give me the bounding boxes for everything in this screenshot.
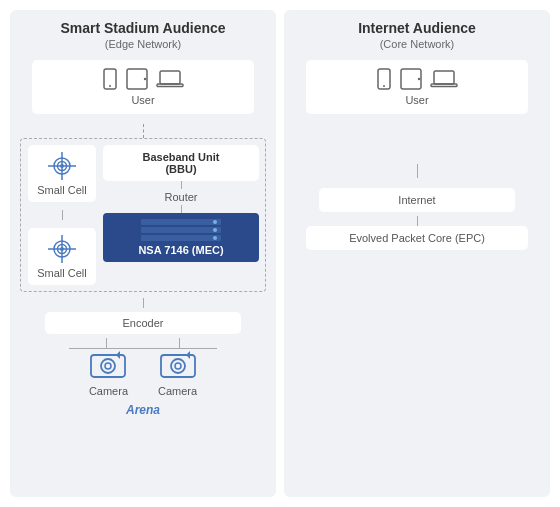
svg-point-17 xyxy=(101,359,115,373)
left-panel: Smart Stadium Audience (Edge Network) xyxy=(10,10,276,497)
right-user-box: User xyxy=(306,60,527,114)
router-to-mec-line xyxy=(181,205,182,213)
right-laptop-icon xyxy=(430,70,458,90)
left-user-box: User xyxy=(32,60,253,114)
small-cell-label-2: Small Cell xyxy=(36,267,88,279)
svg-point-15 xyxy=(60,247,64,251)
svg-marker-23 xyxy=(186,351,190,359)
right-tablet-icon xyxy=(400,68,422,90)
encoder-to-cam2-line xyxy=(179,338,180,348)
right-content: User Internet Evolved Packet Core (EPC) xyxy=(294,60,540,250)
antenna-icon-1 xyxy=(47,151,77,181)
right-phone-icon xyxy=(376,68,392,90)
right-user-to-internet-line xyxy=(417,164,418,178)
svg-point-3 xyxy=(144,78,146,80)
bbu-label-line2: (BBU) xyxy=(113,163,249,175)
server-row-1 xyxy=(141,219,221,225)
svg-point-10 xyxy=(60,164,64,168)
bbu-label-line1: Baseband Unit xyxy=(113,151,249,163)
encoder-box: Encoder xyxy=(45,312,242,334)
epc-label: Evolved Packet Core (EPC) xyxy=(322,232,511,244)
encoder-label: Encoder xyxy=(61,317,226,329)
svg-marker-19 xyxy=(116,351,120,359)
svg-point-1 xyxy=(109,85,111,87)
right-panel-subtitle: (Core Network) xyxy=(380,38,455,50)
antenna-icon-2 xyxy=(47,234,77,264)
camera-box-2: Camera xyxy=(158,351,197,397)
phone-icon xyxy=(102,68,118,90)
svg-point-21 xyxy=(171,359,185,373)
left-device-icons xyxy=(48,68,237,90)
left-panel-title: Smart Stadium Audience xyxy=(60,20,225,36)
server-row-3 xyxy=(141,235,221,241)
svg-rect-4 xyxy=(160,71,180,84)
right-panel: Internet Audience (Core Network) xyxy=(284,10,550,497)
svg-point-25 xyxy=(383,85,385,87)
camera-label-1: Camera xyxy=(89,385,128,397)
left-user-label: User xyxy=(48,94,237,106)
tablet-icon xyxy=(126,68,148,90)
internet-to-epc-line xyxy=(417,216,418,226)
camera-box-1: Camera xyxy=(89,351,128,397)
main-container: Smart Stadium Audience (Edge Network) xyxy=(0,0,560,507)
arena-label: Arena xyxy=(126,403,160,417)
encoder-to-cam1-line xyxy=(106,338,107,348)
svg-rect-28 xyxy=(434,71,454,84)
router-label: Router xyxy=(164,191,197,203)
dashed-group: Small Cell Small Cell xyxy=(20,138,266,292)
small-cells-col: Small Cell Small Cell xyxy=(27,145,97,285)
epc-box: Evolved Packet Core (EPC) xyxy=(306,226,527,250)
encoder-section: Encoder C xyxy=(20,312,266,417)
bbu-router-mec-col: Baseband Unit (BBU) Router NSA 7146 xyxy=(103,145,259,285)
server-graphic xyxy=(113,219,249,241)
small-cell-label-1: Small Cell xyxy=(36,184,88,196)
group-to-encoder-line xyxy=(143,298,144,308)
internet-label: Internet xyxy=(335,194,500,206)
right-panel-title: Internet Audience xyxy=(358,20,476,36)
camera-icon-2 xyxy=(160,351,196,379)
cameras-row: Camera Camera xyxy=(89,351,197,397)
laptop-icon xyxy=(156,70,184,90)
svg-rect-29 xyxy=(431,84,457,87)
internet-box: Internet xyxy=(319,188,516,212)
mec-box: NSA 7146 (MEC) xyxy=(103,213,259,262)
camera-icon-1 xyxy=(90,351,126,379)
encoder-branches xyxy=(69,338,217,348)
encoder-h-line xyxy=(69,348,217,349)
right-user-label: User xyxy=(322,94,511,106)
left-panel-subtitle: (Edge Network) xyxy=(105,38,181,50)
bbu-box: Baseband Unit (BBU) xyxy=(103,145,259,181)
mec-label: NSA 7146 (MEC) xyxy=(113,244,249,256)
svg-point-18 xyxy=(105,363,111,369)
svg-point-27 xyxy=(418,78,420,80)
right-device-icons xyxy=(322,68,511,90)
small-cell-box-1: Small Cell xyxy=(28,145,96,202)
svg-point-22 xyxy=(175,363,181,369)
left-content: User Sm xyxy=(20,60,266,417)
small-cells-connector xyxy=(62,210,63,220)
user-to-group-connector xyxy=(143,124,144,138)
svg-rect-5 xyxy=(157,84,183,87)
camera-label-2: Camera xyxy=(158,385,197,397)
small-cell-box-2: Small Cell xyxy=(28,228,96,285)
server-row-2 xyxy=(141,227,221,233)
bbu-to-router-line xyxy=(181,181,182,189)
